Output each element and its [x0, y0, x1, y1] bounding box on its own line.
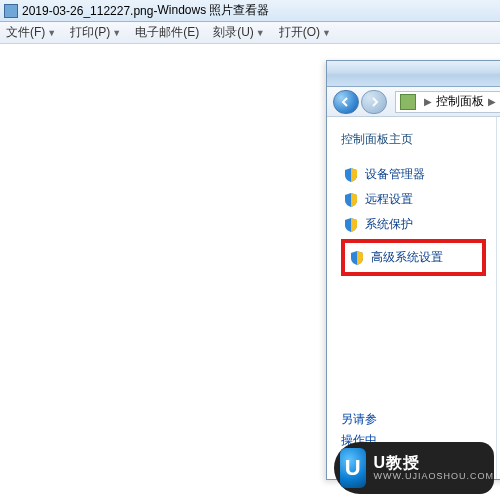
chevron-down-icon: ▼ — [322, 28, 331, 38]
sidebar-item-system-protection[interactable]: 系统保护 — [341, 212, 486, 237]
shield-icon — [343, 167, 359, 183]
menu-email[interactable]: 电子邮件(E) — [135, 24, 199, 41]
control-panel-icon — [400, 94, 416, 110]
sidebar-item-label: 设备管理器 — [365, 166, 425, 183]
sidebar: 控制面板主页 设备管理器 远程设置 系统保护 高级系统设置 另请参 — [327, 117, 497, 479]
footer-line-1: 另请参 — [341, 411, 390, 428]
inner-titlebar[interactable] — [327, 61, 500, 87]
chevron-down-icon: ▼ — [112, 28, 121, 38]
watermark-text: U教授 WWW.UJIAOSHOU.COM — [374, 454, 495, 481]
control-panel-window: ▶ 控制面板 ▶ 所有 控制面板主页 设备管理器 远程设置 系统保护 — [326, 60, 500, 480]
menu-burn[interactable]: 刻录(U)▼ — [213, 24, 265, 41]
menu-file[interactable]: 文件(F)▼ — [6, 24, 56, 41]
menu-print[interactable]: 打印(P)▼ — [70, 24, 121, 41]
inner-body: 控制面板主页 设备管理器 远程设置 系统保护 高级系统设置 另请参 — [327, 117, 500, 479]
sidebar-item-label: 系统保护 — [365, 216, 413, 233]
watermark-badge: U教授 WWW.UJIAOSHOU.COM — [334, 442, 494, 494]
shield-icon — [343, 192, 359, 208]
shield-icon — [349, 250, 365, 266]
breadcrumb-item-1[interactable]: 控制面板 — [436, 93, 484, 110]
chevron-down-icon: ▼ — [256, 28, 265, 38]
sidebar-title: 控制面板主页 — [341, 131, 486, 148]
chevron-down-icon: ▼ — [47, 28, 56, 38]
back-button[interactable] — [333, 90, 359, 114]
watermark-icon — [340, 448, 366, 488]
watermark-brand: U教授 — [374, 454, 495, 472]
menu-open[interactable]: 打开(O)▼ — [279, 24, 331, 41]
app-icon — [4, 4, 18, 18]
highlight-box: 高级系统设置 — [341, 239, 486, 276]
watermark-url: WWW.UJIAOSHOU.COM — [374, 472, 495, 482]
arrow-left-icon — [341, 97, 351, 107]
forward-button[interactable] — [361, 90, 387, 114]
arrow-right-icon — [369, 97, 379, 107]
chevron-right-icon: ▶ — [424, 96, 432, 107]
sidebar-item-advanced-system[interactable]: 高级系统设置 — [347, 245, 480, 270]
sidebar-item-remote-settings[interactable]: 远程设置 — [341, 187, 486, 212]
breadcrumb[interactable]: ▶ 控制面板 ▶ 所有 — [395, 91, 500, 113]
title-filename: 2019-03-26_112227.png — [22, 4, 153, 18]
shield-icon — [343, 217, 359, 233]
sidebar-item-label: 远程设置 — [365, 191, 413, 208]
nav-buttons — [333, 90, 387, 114]
chevron-right-icon: ▶ — [488, 96, 496, 107]
inner-toolbar: ▶ 控制面板 ▶ 所有 — [327, 87, 500, 117]
outer-menubar: 文件(F)▼ 打印(P)▼ 电子邮件(E) 刻录(U)▼ 打开(O)▼ — [0, 22, 500, 44]
sidebar-item-label: 高级系统设置 — [371, 249, 443, 266]
sidebar-item-device-manager[interactable]: 设备管理器 — [341, 162, 486, 187]
outer-titlebar[interactable]: 2019-03-26_112227.png - Windows 照片查看器 — [0, 0, 500, 22]
title-app: Windows 照片查看器 — [157, 2, 269, 19]
